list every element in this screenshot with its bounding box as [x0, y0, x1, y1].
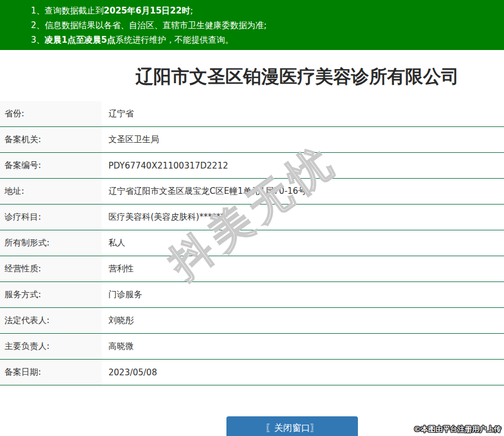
uploader-copyright-watermark: ©本图由平台注册用户上传 — [414, 424, 501, 434]
row-label: 备案日期: — [0, 360, 102, 385]
row-label: 备案编号: — [0, 153, 102, 178]
table-row-filing-authority: 备案机关: 文圣区卫生局 — [0, 127, 504, 153]
row-label: 经营性质: — [0, 256, 102, 281]
notice-line-1-bold: 2025年6月15日22时 — [104, 6, 190, 16]
notice-line-1-post: ; — [190, 6, 193, 16]
table-row-ownership-form: 所有制形式: 私人 — [0, 230, 504, 256]
notice-line-2: 2、信息数据结果以各省、自治区、直辖市卫生健康委数据为准; — [31, 18, 504, 33]
row-value: 2023/05/08 — [102, 360, 157, 385]
record-table: 省份: 辽宁省 备案机关: 文圣区卫生局 备案编号: PDY67740X2110… — [0, 101, 504, 385]
notice-banner: 1、查询数据截止到2025年6月15日22时; 2、信息数据结果以各省、自治区、… — [0, 0, 504, 50]
notice-line-3-post: 系统进行维护，不能提供查询。 — [115, 35, 233, 45]
notice-line-1-pre: 1、查询数据截止到 — [31, 6, 104, 16]
table-row-service-mode: 服务方式: 门诊服务 — [0, 282, 504, 308]
row-value: 医疗美容科(美容皮肤科)****** — [102, 205, 225, 230]
page-title: 辽阳市文圣区铂漫医疗美容诊所有限公司 — [0, 65, 504, 89]
row-value: 刘晓彤 — [102, 308, 134, 333]
row-value: 门诊服务 — [102, 282, 142, 307]
table-row-province: 省份: 辽宁省 — [0, 101, 504, 127]
row-value: 私人 — [102, 230, 125, 256]
row-label: 地址: — [0, 179, 102, 204]
row-value: 高晓微 — [102, 334, 134, 359]
table-row-medical-subjects: 诊疗科目: 医疗美容科(美容皮肤科)****** — [0, 205, 504, 230]
notice-line-1: 1、查询数据截止到2025年6月15日22时; — [31, 3, 504, 18]
table-row-business-nature: 经营性质: 营利性 — [0, 256, 504, 282]
row-label: 备案机关: — [0, 127, 102, 152]
notice-line-2-pre: 2、信息数据结果以各省、自治区、直辖市卫生健康委数据为准; — [31, 20, 267, 30]
row-value: 文圣区卫生局 — [102, 127, 159, 152]
row-value: PDY67740X21100317D2212 — [102, 153, 228, 178]
notice-line-3-bold: 凌晨1点至凌晨5点 — [45, 35, 116, 45]
row-label: 服务方式: — [0, 282, 102, 307]
row-value: 辽宁省 — [102, 101, 134, 126]
notice-line-3: 3、凌晨1点至凌晨5点系统进行维护，不能提供查询。 — [31, 33, 504, 47]
page: 1、查询数据截止到2025年6月15日22时; 2、信息数据结果以各省、自治区、… — [0, 0, 504, 436]
row-label: 诊疗科目: — [0, 205, 102, 230]
table-row-principal: 主要负责人: 高晓微 — [0, 334, 504, 360]
row-label: 主要负责人: — [0, 334, 102, 359]
table-row-filing-date: 备案日期: 2023/05/08 — [0, 360, 504, 385]
notice-line-3-pre: 3、 — [31, 35, 45, 45]
table-row-filing-number: 备案编号: PDY67740X21100317D2212 — [0, 153, 504, 179]
row-label: 法定代表人: — [0, 308, 102, 333]
row-label: 省份: — [0, 101, 102, 126]
close-window-button[interactable]: 〖关闭窗口〗 — [226, 416, 358, 436]
row-value: 辽宁省辽阳市文圣区晟宝龙C区E幢1单元1层70-16号 — [102, 179, 307, 204]
row-label: 所有制形式: — [0, 230, 102, 256]
table-row-legal-representative: 法定代表人: 刘晓彤 — [0, 308, 504, 334]
row-value: 营利性 — [102, 256, 134, 281]
table-row-address: 地址: 辽宁省辽阳市文圣区晟宝龙C区E幢1单元1层70-16号 — [0, 179, 504, 205]
